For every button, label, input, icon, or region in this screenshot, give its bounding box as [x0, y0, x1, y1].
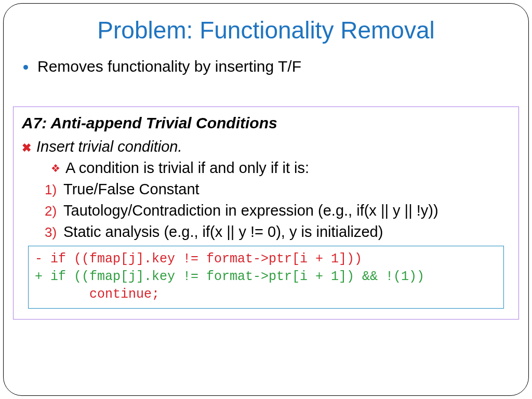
item-3-text: Static analysis (e.g., if(x || y != 0), … [63, 223, 383, 241]
code-line-continue: continue; [35, 287, 159, 302]
disc-icon [23, 65, 28, 70]
item-2: 2) Tautology/Contradiction in expression… [45, 202, 510, 219]
slide-title: Problem: Functionality Removal [22, 16, 510, 44]
line-condition: ❖ A condition is trivial if and only if … [51, 159, 510, 177]
slide-frame: Problem: Functionality Removal Removes f… [3, 3, 529, 396]
num-2: 2) [45, 203, 63, 219]
line-insert: ✖ Insert trivial condition. [22, 138, 510, 155]
item-1-text: True/False Constant [63, 181, 200, 198]
num-3: 3) [45, 224, 63, 241]
code-line-add: + if ((fmap[j].key != format->ptr[i + 1]… [35, 269, 424, 284]
diamond-icon: ❖ [51, 162, 65, 175]
item-2-text: Tautology/Contradiction in expression (e… [63, 202, 438, 219]
panel-heading: A7: Anti-append Trivial Conditions [22, 114, 510, 132]
bullet-removes: Removes functionality by inserting T/F [23, 58, 510, 75]
panel-a7: A7: Anti-append Trivial Conditions ✖ Ins… [13, 107, 519, 320]
code-line-del: - if ((fmap[j].key != format->ptr[i + 1]… [35, 251, 362, 267]
line-condition-text: A condition is trivial if and only if it… [65, 159, 309, 177]
item-1: 1) True/False Constant [45, 181, 510, 198]
num-1: 1) [45, 182, 63, 198]
code-diff: - if ((fmap[j].key != format->ptr[i + 1]… [28, 246, 504, 309]
bullet-text: Removes functionality by inserting T/F [37, 58, 301, 75]
item-3: 3) Static analysis (e.g., if(x || y != 0… [45, 223, 510, 241]
line-insert-text: Insert trivial condition. [36, 138, 182, 155]
x-icon: ✖ [22, 141, 36, 155]
